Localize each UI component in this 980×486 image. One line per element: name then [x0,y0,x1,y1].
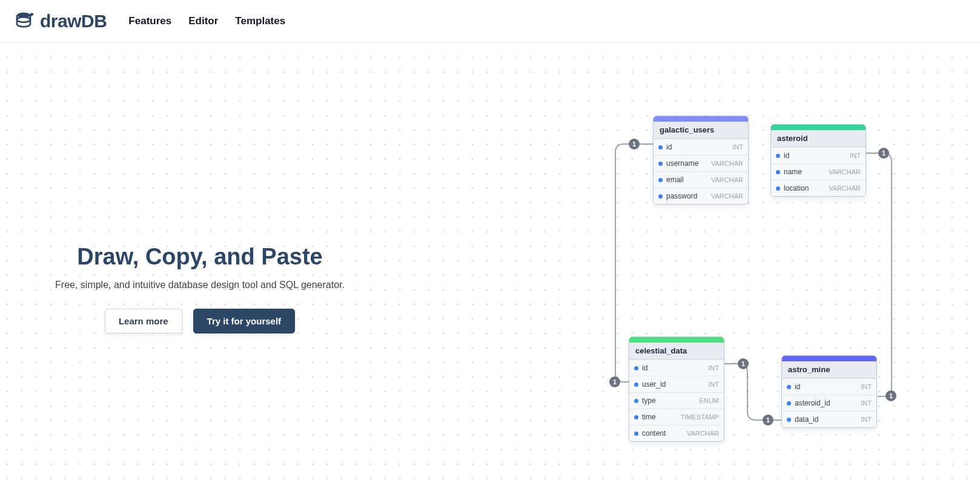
cardinality-badge: 1 [609,376,620,387]
field-dot-icon [634,366,638,370]
table-title: celestial_data [629,343,724,360]
table-field[interactable]: emailVARCHAR [654,171,748,188]
field-dot-icon [787,385,791,389]
field-dot-icon [776,154,780,158]
cardinality-badge: 1 [886,390,896,401]
table-field[interactable]: idINT [629,360,724,376]
table-asteroid[interactable]: asteroid idINT nameVARCHAR locationVARCH… [770,124,866,197]
table-field[interactable]: timeTIMESTAMP [629,409,724,425]
cardinality-badge: 1 [629,139,640,149]
main-nav: Features Editor Templates [128,15,285,27]
field-type: VARCHAR [829,185,861,192]
table-field[interactable]: asteroid_idINT [782,395,876,411]
field-dot-icon [787,401,791,406]
field-dot-icon [658,162,663,166]
field-type: INT [732,143,743,151]
table-field[interactable]: data_idINT [782,411,876,427]
table-field[interactable]: typeENUM [629,392,724,409]
table-title: astro_mine [782,361,876,378]
database-icon [15,11,35,31]
field-name: id [784,151,789,160]
field-type: INT [708,364,719,372]
table-field[interactable]: passwordVARCHAR [654,188,748,204]
field-name: time [642,413,656,421]
table-accent [782,356,876,361]
field-type: VARCHAR [711,160,743,167]
header: drawDB Features Editor Templates [0,0,980,43]
field-name: type [642,396,656,405]
field-dot-icon [658,145,663,149]
cardinality-badge: 1 [763,415,773,425]
field-name: data_id [795,415,818,424]
field-dot-icon [634,432,638,436]
field-dot-icon [634,383,638,387]
table-accent [654,116,748,122]
field-type: ENUM [700,397,719,404]
table-field[interactable]: idINT [771,147,866,163]
field-type: TIMESTAMP [681,413,719,421]
cardinality-badge: 1 [878,148,889,159]
cardinality-badge: 1 [738,358,749,369]
field-type: VARCHAR [711,176,743,183]
field-name: username [666,159,698,168]
table-accent [771,125,866,130]
field-type: INT [708,381,719,388]
field-name: email [666,176,684,184]
field-dot-icon [776,170,780,174]
logo-text: drawDB [40,11,107,31]
field-type: INT [861,416,872,423]
table-field[interactable]: contentVARCHAR [629,425,724,441]
table-field[interactable]: nameVARCHAR [771,163,866,180]
table-astro-mine[interactable]: astro_mine idINT asteroid_idINT data_idI… [781,355,877,428]
svg-point-1 [17,17,30,22]
table-title: galactic_users [654,122,748,139]
canvas-area: Draw, Copy, and Paste Free, simple, and … [0,50,980,486]
table-field[interactable]: usernameVARCHAR [654,155,748,171]
field-dot-icon [658,178,663,182]
field-name: location [784,184,809,192]
table-field[interactable]: idINT [654,139,748,155]
field-dot-icon [634,399,638,403]
field-dot-icon [776,186,780,191]
field-type: VARCHAR [829,168,861,176]
field-name: password [666,192,697,200]
field-dot-icon [787,418,791,422]
table-celestial-data[interactable]: celestial_data idINT user_idINT typeENUM… [629,337,724,442]
field-type: INT [861,383,872,390]
table-accent [629,337,724,343]
field-type: VARCHAR [711,192,743,200]
nav-templates[interactable]: Templates [235,15,285,27]
table-field[interactable]: user_idINT [629,376,724,392]
table-field[interactable]: idINT [782,378,876,395]
nav-editor[interactable]: Editor [188,15,218,27]
field-name: asteroid_id [795,399,830,407]
field-name: id [642,364,647,372]
field-name: user_id [642,380,666,389]
nav-features[interactable]: Features [128,15,171,27]
table-field[interactable]: locationVARCHAR [771,180,866,196]
field-name: id [666,143,672,151]
field-name: id [795,383,800,391]
diagram-area[interactable]: galactic_users idINT usernameVARCHAR ema… [0,50,980,486]
field-type: INT [850,152,861,159]
field-type: INT [861,399,872,407]
field-name: content [642,429,666,438]
field-name: name [784,168,802,176]
logo[interactable]: drawDB [15,11,107,31]
table-title: asteroid [771,130,866,147]
field-dot-icon [658,194,663,199]
field-dot-icon [634,415,638,419]
table-galactic-users[interactable]: galactic_users idINT usernameVARCHAR ema… [653,116,749,205]
field-type: VARCHAR [687,430,719,437]
